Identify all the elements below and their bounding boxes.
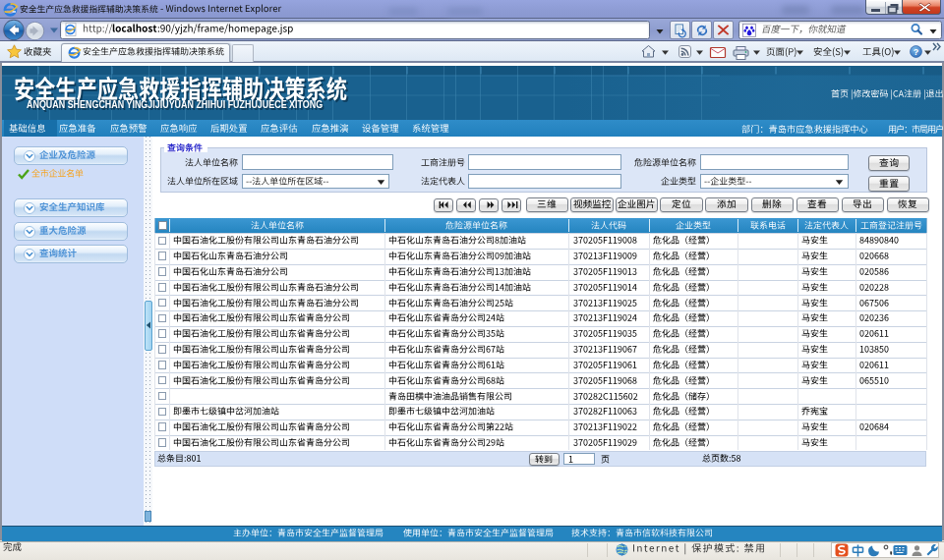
svg-text:?: ? — [914, 47, 919, 57]
